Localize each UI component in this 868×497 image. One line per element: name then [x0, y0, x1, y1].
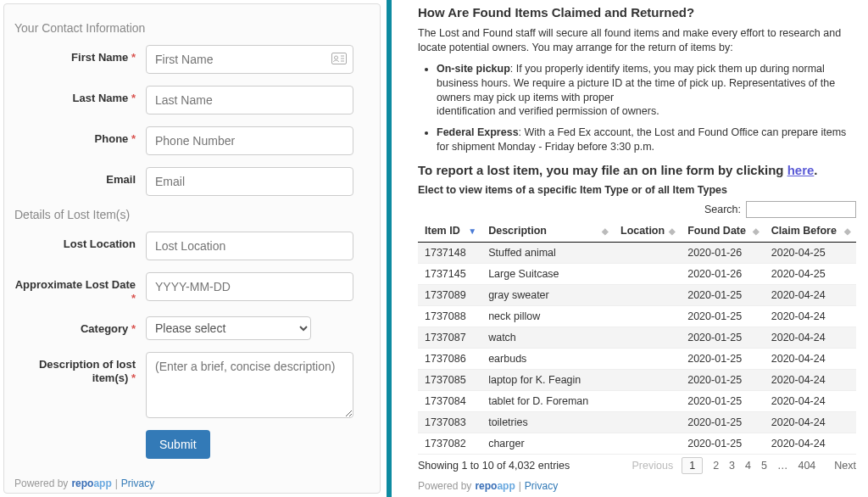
- col-item-id[interactable]: Item ID▼: [418, 220, 481, 243]
- search-input[interactable]: [746, 201, 856, 218]
- table-row[interactable]: 1737083toiletries2020-01-252020-04-24: [418, 412, 856, 433]
- page-number[interactable]: 5: [761, 460, 767, 472]
- table-row[interactable]: 1737148Stuffed animal2020-01-262020-04-2…: [418, 243, 856, 264]
- table-row[interactable]: 1737145Large Suitcase2020-01-262020-04-2…: [418, 264, 856, 285]
- next-page[interactable]: Next: [834, 460, 856, 472]
- pagination: Previous 12345…404 Next: [632, 460, 856, 472]
- last-name-field[interactable]: [146, 86, 353, 114]
- found-items-table: Item ID▼ Description◆ Location◆ Found Da…: [418, 220, 856, 455]
- description-label: Description of lost item(s) *: [14, 352, 146, 384]
- sort-icon: ◆: [753, 226, 760, 236]
- info-heading: How Are Found Items Claimed and Returned…: [418, 5, 856, 20]
- col-found-date[interactable]: Found Date◆: [681, 220, 765, 243]
- col-claim-before[interactable]: Claim Before◆: [765, 220, 856, 243]
- category-label: Category *: [14, 316, 146, 336]
- report-line: To report a lost item, you may file an o…: [418, 163, 856, 177]
- info-bullet-fedex: Federal Express: With a Fed Ex account, …: [437, 126, 856, 154]
- approx-date-field[interactable]: [146, 272, 353, 301]
- first-name-field[interactable]: [146, 45, 353, 74]
- elect-line: Elect to view items of a specific Item T…: [418, 184, 856, 196]
- info-intro: The Lost and Found staff will secure all…: [418, 26, 856, 55]
- sort-icon: ◆: [844, 226, 851, 236]
- section-details-title: Details of Lost Item(s): [14, 208, 370, 221]
- category-select[interactable]: Please select: [146, 316, 311, 340]
- footer-left: Powered by repoapp | Privacy: [14, 477, 370, 489]
- prev-page[interactable]: Previous: [632, 460, 674, 472]
- table-row[interactable]: 1737082charger2020-01-252020-04-24: [418, 433, 856, 455]
- description-field[interactable]: [146, 352, 353, 418]
- section-contact-title: Your Contact Information: [14, 21, 370, 35]
- report-here-link[interactable]: here: [787, 163, 815, 177]
- email-field[interactable]: [146, 167, 353, 196]
- table-row[interactable]: 1737089gray sweater2020-01-252020-04-24: [418, 285, 856, 306]
- lost-item-form: Your Contact Information First Name * La…: [3, 3, 381, 494]
- found-items-panel: How Are Found Items Claimed and Returned…: [394, 0, 868, 497]
- vertical-divider: [387, 0, 392, 497]
- page-number[interactable]: 4: [745, 460, 751, 472]
- contact-card-icon: [331, 52, 347, 68]
- col-location[interactable]: Location◆: [614, 220, 681, 243]
- table-row[interactable]: 1737087watch2020-01-252020-04-24: [418, 327, 856, 349]
- page-ellipsis: …: [777, 460, 788, 472]
- info-bullet-onsite: On-site pickup: If you properly identify…: [437, 62, 856, 120]
- col-description[interactable]: Description◆: [481, 220, 614, 243]
- email-label: Email: [14, 167, 146, 187]
- privacy-link[interactable]: Privacy: [121, 477, 154, 489]
- search-label: Search:: [704, 204, 741, 215]
- table-row[interactable]: 1737084tablet for D. Foreman2020-01-2520…: [418, 391, 856, 412]
- table-row[interactable]: 1737088neck pillow2020-01-252020-04-24: [418, 306, 856, 327]
- page-number[interactable]: 3: [729, 460, 735, 472]
- page-number[interactable]: 1: [682, 457, 703, 474]
- lost-location-field[interactable]: [146, 232, 353, 260]
- phone-label: Phone *: [14, 126, 146, 146]
- page-number[interactable]: 2: [713, 460, 719, 472]
- sort-icon: ◆: [669, 226, 676, 236]
- sort-icon: ◆: [602, 226, 609, 236]
- first-name-label: First Name *: [14, 45, 146, 64]
- svg-point-1: [335, 56, 338, 59]
- lost-location-label: Lost Location: [14, 232, 146, 251]
- phone-field[interactable]: [146, 126, 353, 155]
- page-number[interactable]: 404: [798, 460, 815, 472]
- table-row[interactable]: 1737086earbuds2020-01-252020-04-24: [418, 349, 856, 370]
- approx-date-label: Approximate Lost Date *: [14, 272, 146, 304]
- privacy-link[interactable]: Privacy: [525, 480, 558, 492]
- showing-entries: Showing 1 to 10 of 4,032 entries: [418, 460, 570, 472]
- sort-down-icon: ▼: [468, 226, 476, 236]
- last-name-label: Last Name *: [14, 86, 146, 105]
- footer-right: Powered by repoapp | Privacy: [418, 480, 856, 492]
- repoapp-logo: repoapp: [71, 477, 111, 489]
- submit-button[interactable]: Submit: [146, 430, 210, 459]
- table-row[interactable]: 1737085laptop for K. Feagin2020-01-25202…: [418, 370, 856, 391]
- repoapp-logo: repoapp: [475, 480, 515, 492]
